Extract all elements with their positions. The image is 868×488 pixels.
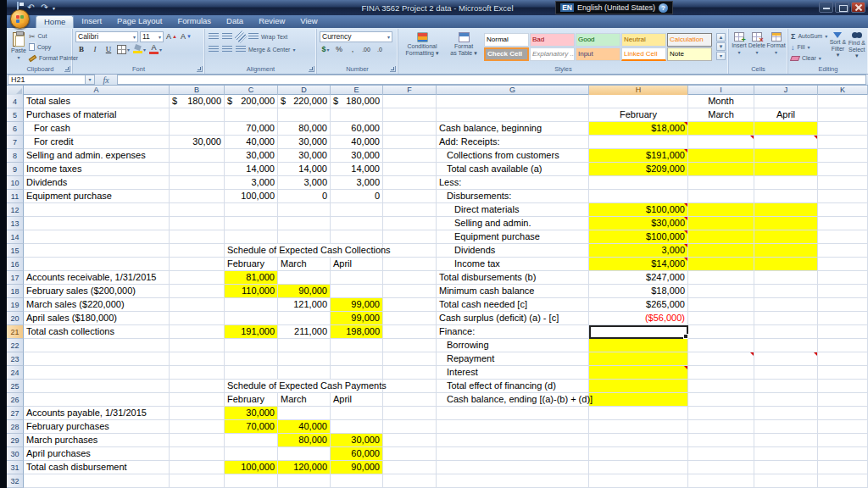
cell-C14[interactable] [225, 230, 278, 244]
cell-B20[interactable] [170, 312, 225, 325]
row-header-13[interactable]: 13 [7, 217, 24, 230]
cell-C29[interactable] [225, 434, 278, 447]
cell-A25[interactable] [24, 380, 170, 393]
cell-H24[interactable] [589, 366, 688, 380]
underline-button[interactable]: U [103, 44, 114, 55]
font-dialog-launcher-icon[interactable] [197, 66, 203, 72]
cell-B22[interactable] [170, 339, 225, 352]
cell-C11[interactable]: 100,000 [225, 190, 278, 203]
cell-H19[interactable]: $265,000 [589, 298, 688, 312]
cell-C5[interactable] [225, 108, 278, 122]
row-header-26[interactable]: 26 [7, 393, 24, 407]
cell-C32[interactable] [225, 474, 278, 488]
cell-K25[interactable] [818, 380, 868, 393]
cell-style-explanatory[interactable]: Explanatory ... [530, 47, 575, 61]
qat-dropdown-icon[interactable]: ▾ [53, 5, 55, 11]
row-header-24[interactable]: 24 [7, 366, 24, 380]
cell-F12[interactable] [383, 203, 437, 217]
copy-button[interactable]: Copy [29, 42, 78, 53]
cell-H18[interactable]: $18,000 [589, 285, 688, 298]
cell-style-check-cell[interactable]: Check Cell [484, 47, 529, 61]
cell-K20[interactable] [818, 312, 868, 325]
cell-G5[interactable] [437, 108, 589, 122]
cell-E16[interactable]: April [331, 258, 383, 271]
redo-button[interactable]: ↷ [39, 3, 50, 13]
cell-K32[interactable] [818, 474, 868, 488]
cell-D18[interactable]: 90,000 [278, 285, 331, 298]
cell-E21[interactable]: 198,000 [331, 325, 383, 339]
cell-A22[interactable] [24, 339, 170, 352]
cell-B32[interactable] [170, 474, 225, 488]
cell-G12[interactable]: Direct materials [437, 203, 589, 217]
cell-G4[interactable] [437, 95, 589, 108]
cell-B31[interactable] [170, 461, 225, 474]
cell-C12[interactable] [225, 203, 278, 217]
cell-C18[interactable]: 110,000 [225, 285, 278, 298]
cell-K26[interactable] [818, 393, 868, 407]
cell-D23[interactable] [278, 352, 331, 366]
cell-D11[interactable]: 0 [278, 190, 331, 203]
cell-A11[interactable]: Equipment purchase [24, 190, 170, 203]
cell-C13[interactable] [225, 217, 278, 230]
align-middle-button[interactable] [221, 31, 233, 42]
cell-A12[interactable] [24, 203, 170, 217]
cell-G26[interactable]: Cash balance, ending [(a)-(b) + (d)] [437, 393, 589, 407]
cell-C27[interactable]: 30,000 [225, 407, 278, 420]
cell-B12[interactable] [170, 203, 225, 217]
cell-C20[interactable] [225, 312, 278, 325]
cell-G27[interactable] [437, 407, 589, 420]
gallery-up-icon[interactable]: ▲ [716, 33, 726, 42]
cell-E31[interactable]: 90,000 [331, 461, 383, 474]
cell-D17[interactable] [278, 271, 331, 285]
cell-F16[interactable] [383, 258, 437, 271]
cell-H26[interactable] [589, 393, 688, 407]
cell-A13[interactable] [24, 217, 170, 230]
cell-A19[interactable]: March sales ($220,000) [24, 298, 170, 312]
cell-B27[interactable] [170, 407, 225, 420]
cell-J21[interactable] [754, 325, 818, 339]
cell-E18[interactable] [331, 285, 383, 298]
orientation-button[interactable] [235, 31, 247, 42]
cell-G19[interactable]: Total cash needed [c] [437, 298, 589, 312]
clipboard-dialog-launcher-icon[interactable] [64, 66, 70, 72]
name-box[interactable]: H21 [8, 75, 86, 85]
cell-C28[interactable]: 70,000 [225, 420, 278, 434]
cell-E30[interactable]: 60,000 [331, 447, 383, 461]
cell-K24[interactable] [818, 366, 868, 380]
cell-K4[interactable] [818, 95, 868, 108]
cell-J32[interactable] [754, 474, 818, 488]
gallery-more-icon[interactable]: ▾ [716, 52, 726, 60]
cell-B30[interactable] [170, 447, 225, 461]
cell-G6[interactable]: Cash balance, beginning [437, 122, 589, 136]
cell-F28[interactable] [383, 420, 437, 434]
cell-D16[interactable]: March [278, 258, 331, 271]
row-header-22[interactable]: 22 [7, 339, 24, 352]
cell-F11[interactable] [383, 190, 437, 203]
cell-B6[interactable] [170, 122, 225, 136]
cell-G21[interactable]: Finance: [437, 325, 589, 339]
cell-style-input[interactable]: Input [576, 47, 620, 61]
cell-A24[interactable] [24, 366, 170, 380]
row-header-6[interactable]: 6 [7, 122, 24, 136]
cell-K27[interactable] [818, 407, 868, 420]
cell-A20[interactable]: April sales ($180,000) [24, 312, 170, 325]
cell-D27[interactable] [278, 407, 331, 420]
cell-E26[interactable]: April [331, 393, 383, 407]
cell-E10[interactable]: 3,000 [331, 176, 383, 190]
align-left-button[interactable] [208, 44, 220, 55]
cell-J7[interactable] [754, 136, 818, 149]
fill-color-button[interactable]: ▾ [132, 44, 147, 55]
cell-C21[interactable]: 191,000 [225, 325, 278, 339]
cell-A7[interactable]: For credit [24, 136, 170, 149]
cell-D26[interactable]: March [278, 393, 331, 407]
format-cells-button[interactable]: Format ▾ [767, 30, 785, 64]
cell-C24[interactable] [225, 366, 278, 380]
row-header-18[interactable]: 18 [7, 285, 24, 298]
cell-I4[interactable]: Month [688, 95, 754, 108]
row-header-23[interactable]: 23 [7, 352, 24, 366]
row-header-30[interactable]: 30 [7, 447, 24, 461]
row-header-5[interactable]: 5 [7, 108, 24, 122]
cell-B14[interactable] [170, 230, 225, 244]
cell-I5[interactable]: March [688, 108, 754, 122]
cell-B4[interactable]: $180,000 [170, 95, 225, 108]
